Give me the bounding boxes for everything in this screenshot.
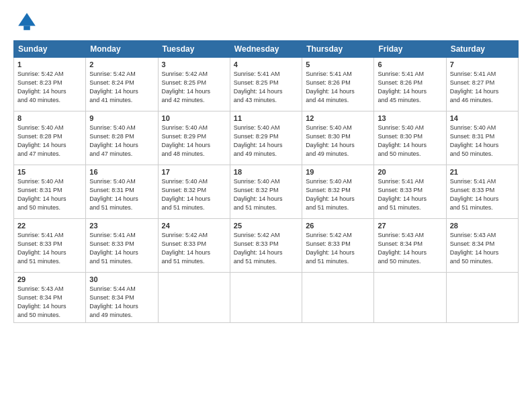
day-cell: 29Sunrise: 5:43 AM Sunset: 8:34 PM Dayli… <box>14 273 86 323</box>
day-info: Sunrise: 5:40 AM Sunset: 8:32 PM Dayligh… <box>162 177 226 212</box>
day-number: 2 <box>89 60 154 68</box>
col-sunday: Sunday <box>14 41 86 58</box>
day-number: 3 <box>162 60 226 68</box>
day-cell <box>446 273 518 323</box>
day-number: 16 <box>89 168 154 176</box>
day-number: 7 <box>450 60 515 68</box>
day-cell: 15Sunrise: 5:40 AM Sunset: 8:31 PM Dayli… <box>14 165 86 219</box>
col-monday: Monday <box>86 41 158 58</box>
day-number: 28 <box>450 222 515 230</box>
day-info: Sunrise: 5:43 AM Sunset: 8:34 PM Dayligh… <box>450 231 515 266</box>
day-number: 25 <box>234 222 298 230</box>
day-cell: 1Sunrise: 5:42 AM Sunset: 8:23 PM Daylig… <box>14 58 86 111</box>
day-number: 4 <box>234 60 298 68</box>
day-cell <box>230 273 302 323</box>
week-row-3: 15Sunrise: 5:40 AM Sunset: 8:31 PM Dayli… <box>14 165 519 219</box>
day-cell: 17Sunrise: 5:40 AM Sunset: 8:32 PM Dayli… <box>158 165 230 219</box>
day-number: 19 <box>306 168 370 176</box>
day-number: 27 <box>378 222 442 230</box>
day-info: Sunrise: 5:40 AM Sunset: 8:29 PM Dayligh… <box>234 124 298 158</box>
day-number: 30 <box>89 275 154 283</box>
day-cell: 8Sunrise: 5:40 AM Sunset: 8:28 PM Daylig… <box>14 111 86 165</box>
col-thursday: Thursday <box>302 41 374 58</box>
day-cell: 9Sunrise: 5:40 AM Sunset: 8:28 PM Daylig… <box>86 111 158 165</box>
day-cell: 10Sunrise: 5:40 AM Sunset: 8:29 PM Dayli… <box>158 111 230 165</box>
week-row-2: 8Sunrise: 5:40 AM Sunset: 8:28 PM Daylig… <box>14 111 519 165</box>
day-cell: 13Sunrise: 5:40 AM Sunset: 8:30 PM Dayli… <box>374 111 446 165</box>
day-number: 11 <box>234 114 298 122</box>
day-info: Sunrise: 5:43 AM Sunset: 8:34 PM Dayligh… <box>17 285 82 320</box>
day-number: 12 <box>306 114 370 122</box>
svg-rect-1 <box>24 26 30 30</box>
day-cell: 2Sunrise: 5:42 AM Sunset: 8:24 PM Daylig… <box>86 58 158 111</box>
day-number: 26 <box>306 222 370 230</box>
day-cell: 23Sunrise: 5:41 AM Sunset: 8:33 PM Dayli… <box>86 219 158 273</box>
page-header <box>13 11 519 35</box>
day-cell: 20Sunrise: 5:41 AM Sunset: 8:33 PM Dayli… <box>374 165 446 219</box>
day-info: Sunrise: 5:40 AM Sunset: 8:31 PM Dayligh… <box>17 177 82 212</box>
col-friday: Friday <box>374 41 446 58</box>
day-number: 13 <box>378 114 442 122</box>
day-info: Sunrise: 5:41 AM Sunset: 8:33 PM Dayligh… <box>17 231 82 266</box>
day-cell: 30Sunrise: 5:44 AM Sunset: 8:34 PM Dayli… <box>86 273 158 323</box>
day-info: Sunrise: 5:40 AM Sunset: 8:30 PM Dayligh… <box>378 124 442 158</box>
day-number: 29 <box>17 275 82 283</box>
day-info: Sunrise: 5:40 AM Sunset: 8:29 PM Dayligh… <box>162 124 226 158</box>
day-cell: 7Sunrise: 5:41 AM Sunset: 8:27 PM Daylig… <box>446 58 518 111</box>
day-number: 5 <box>306 60 370 68</box>
col-tuesday: Tuesday <box>158 41 230 58</box>
day-cell <box>302 273 374 323</box>
day-number: 24 <box>162 222 226 230</box>
col-saturday: Saturday <box>446 41 518 58</box>
day-info: Sunrise: 5:41 AM Sunset: 8:27 PM Dayligh… <box>450 70 515 105</box>
day-cell: 18Sunrise: 5:40 AM Sunset: 8:32 PM Dayli… <box>230 165 302 219</box>
day-cell: 22Sunrise: 5:41 AM Sunset: 8:33 PM Dayli… <box>14 219 86 273</box>
day-cell: 5Sunrise: 5:41 AM Sunset: 8:26 PM Daylig… <box>302 58 374 111</box>
week-row-5: 29Sunrise: 5:43 AM Sunset: 8:34 PM Dayli… <box>14 273 519 323</box>
day-cell: 12Sunrise: 5:40 AM Sunset: 8:30 PM Dayli… <box>302 111 374 165</box>
day-info: Sunrise: 5:41 AM Sunset: 8:33 PM Dayligh… <box>378 177 442 212</box>
day-number: 14 <box>450 114 515 122</box>
day-info: Sunrise: 5:40 AM Sunset: 8:32 PM Dayligh… <box>306 177 370 212</box>
day-info: Sunrise: 5:42 AM Sunset: 8:23 PM Dayligh… <box>17 70 82 105</box>
day-info: Sunrise: 5:40 AM Sunset: 8:28 PM Dayligh… <box>89 124 154 158</box>
calendar: Sunday Monday Tuesday Wednesday Thursday… <box>13 40 519 323</box>
calendar-header-row: Sunday Monday Tuesday Wednesday Thursday… <box>14 41 519 58</box>
day-cell: 26Sunrise: 5:42 AM Sunset: 8:33 PM Dayli… <box>302 219 374 273</box>
day-info: Sunrise: 5:41 AM Sunset: 8:33 PM Dayligh… <box>450 177 515 212</box>
day-cell: 16Sunrise: 5:40 AM Sunset: 8:31 PM Dayli… <box>86 165 158 219</box>
day-cell: 14Sunrise: 5:40 AM Sunset: 8:31 PM Dayli… <box>446 111 518 165</box>
day-number: 20 <box>378 168 442 176</box>
logo <box>13 11 39 35</box>
day-cell <box>374 273 446 323</box>
day-cell: 28Sunrise: 5:43 AM Sunset: 8:34 PM Dayli… <box>446 219 518 273</box>
day-info: Sunrise: 5:41 AM Sunset: 8:26 PM Dayligh… <box>306 70 370 105</box>
day-info: Sunrise: 5:42 AM Sunset: 8:33 PM Dayligh… <box>162 231 226 266</box>
week-row-4: 22Sunrise: 5:41 AM Sunset: 8:33 PM Dayli… <box>14 219 519 273</box>
day-cell: 3Sunrise: 5:42 AM Sunset: 8:25 PM Daylig… <box>158 58 230 111</box>
day-number: 8 <box>17 114 82 122</box>
day-number: 18 <box>234 168 298 176</box>
day-info: Sunrise: 5:41 AM Sunset: 8:25 PM Dayligh… <box>234 70 298 105</box>
day-number: 17 <box>162 168 226 176</box>
day-info: Sunrise: 5:40 AM Sunset: 8:28 PM Dayligh… <box>17 124 82 158</box>
day-cell: 6Sunrise: 5:41 AM Sunset: 8:26 PM Daylig… <box>374 58 446 111</box>
day-number: 15 <box>17 168 82 176</box>
day-info: Sunrise: 5:42 AM Sunset: 8:25 PM Dayligh… <box>162 70 226 105</box>
svg-marker-0 <box>18 13 36 26</box>
day-info: Sunrise: 5:41 AM Sunset: 8:33 PM Dayligh… <box>89 231 154 266</box>
day-info: Sunrise: 5:40 AM Sunset: 8:32 PM Dayligh… <box>234 177 298 212</box>
day-cell: 19Sunrise: 5:40 AM Sunset: 8:32 PM Dayli… <box>302 165 374 219</box>
day-info: Sunrise: 5:43 AM Sunset: 8:34 PM Dayligh… <box>378 231 442 266</box>
day-cell: 21Sunrise: 5:41 AM Sunset: 8:33 PM Dayli… <box>446 165 518 219</box>
week-row-1: 1Sunrise: 5:42 AM Sunset: 8:23 PM Daylig… <box>14 58 519 111</box>
day-info: Sunrise: 5:44 AM Sunset: 8:34 PM Dayligh… <box>89 285 154 320</box>
day-number: 23 <box>89 222 154 230</box>
day-cell: 24Sunrise: 5:42 AM Sunset: 8:33 PM Dayli… <box>158 219 230 273</box>
day-cell <box>158 273 230 323</box>
logo-icon <box>16 11 38 32</box>
day-info: Sunrise: 5:41 AM Sunset: 8:26 PM Dayligh… <box>378 70 442 105</box>
day-info: Sunrise: 5:40 AM Sunset: 8:30 PM Dayligh… <box>306 124 370 158</box>
day-info: Sunrise: 5:42 AM Sunset: 8:33 PM Dayligh… <box>306 231 370 266</box>
day-cell: 4Sunrise: 5:41 AM Sunset: 8:25 PM Daylig… <box>230 58 302 111</box>
